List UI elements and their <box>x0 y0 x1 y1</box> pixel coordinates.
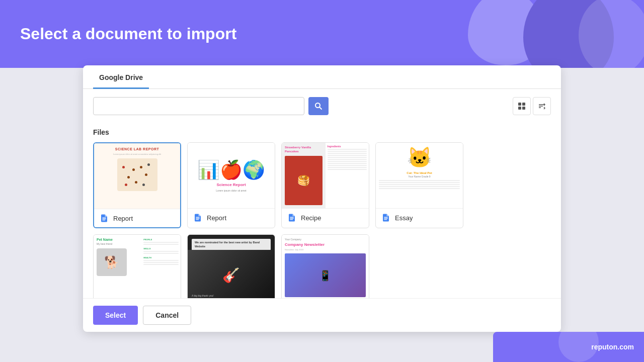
thumb-essay: 🐱 Cat: The Ideal Pet Your Name Grade 9 <box>376 143 463 208</box>
files-section: Files SCIENCE LAB REPORT Lorem ipsum dol… <box>83 123 561 298</box>
page-title: Select a document to import <box>20 25 236 43</box>
file-thumb-4: 🐱 Cat: The Ideal Pet Your Name Grade 9 <box>376 143 463 208</box>
thumb-band-guitar: 🎸 <box>188 250 275 298</box>
thumb-recipe-img: 🥞 <box>285 156 323 205</box>
google-docs-icon-1 <box>100 214 109 223</box>
file-thumb-2: 📊🍎🌍 Science Report Lorem ipsum dolor sit… <box>188 143 275 208</box>
file-name-1: Report <box>113 215 133 222</box>
file-card-2[interactable]: 📊🍎🌍 Science Report Lorem ipsum dolor sit… <box>187 142 275 228</box>
search-input[interactable] <box>93 97 304 115</box>
file-thumb-1: SCIENCE LAB REPORT Lorem ipsum dolor sit… <box>94 143 180 209</box>
grid-view-button[interactable] <box>513 97 531 115</box>
svg-rect-11 <box>102 218 106 218</box>
thumb-science-report: SCIENCE LAB REPORT Lorem ipsum dolor sit… <box>94 143 180 209</box>
svg-rect-18 <box>384 218 388 219</box>
svg-rect-19 <box>384 219 387 220</box>
cancel-button[interactable]: Cancel <box>143 306 191 325</box>
tab-bar: Google Drive <box>83 65 561 89</box>
thumb-nl-img: 📱 <box>285 253 366 297</box>
svg-rect-20 <box>384 217 388 218</box>
svg-rect-13 <box>196 219 199 220</box>
svg-rect-4 <box>518 107 521 110</box>
thumb-pet-left: Pet Name My best friend 🐕 <box>94 235 141 298</box>
sort-button[interactable] <box>533 97 551 115</box>
file-thumb-3: Strawberry Vanilla Pancakes 🥞 Ingredient… <box>282 143 369 208</box>
thumb-report2-icon: 📊🍎🌍 <box>197 159 265 180</box>
svg-rect-2 <box>518 103 521 106</box>
file-name-3: Recipe <box>301 214 321 222</box>
file-thumb-5: Pet Name My best friend 🐕 PROFILE SKILLS… <box>94 235 181 298</box>
file-card-6[interactable]: We are nominated for the best new artist… <box>187 234 275 298</box>
svg-rect-15 <box>290 218 294 219</box>
svg-rect-10 <box>102 220 105 220</box>
select-button[interactable]: Select <box>93 306 138 325</box>
svg-rect-9 <box>102 219 106 219</box>
file-info-3: Recipe <box>282 208 369 227</box>
thumb-nl-title: Company Newsletter <box>285 242 366 247</box>
svg-rect-17 <box>290 217 294 218</box>
file-card-4[interactable]: 🐱 Cat: The Ideal Pet Your Name Grade 9 <box>375 142 463 228</box>
thumb-report2-title: Science Report <box>216 183 246 187</box>
thumb-pet-name: Pet Name <box>97 238 138 241</box>
gdocs-icon-3 <box>287 213 297 223</box>
thumb-recipe-title: Strawberry Vanilla Pancakes <box>285 146 323 154</box>
thumb-band-bottom: A big big thank you! <box>192 294 214 297</box>
header-decoration-3 <box>579 0 644 68</box>
thumb-band-text: We are nominated for the best new artist… <box>195 241 268 248</box>
view-toggle <box>513 97 551 115</box>
thumb-pet-img: 🐕 <box>97 248 127 276</box>
svg-rect-3 <box>522 103 525 106</box>
thumb-newsletter: Your Company Company Newsletter Newslett… <box>282 235 369 298</box>
file-name-2: Report <box>207 214 226 222</box>
thumb-science-subtitle: Lorem ipsum dolor sit amet consectetur a… <box>113 153 161 155</box>
thumb-essay-title: Cat: The Ideal Pet <box>407 171 432 174</box>
file-info-4: Essay <box>376 208 463 227</box>
file-card-3[interactable]: Strawberry Vanilla Pancakes 🥞 Ingredient… <box>281 142 369 228</box>
tab-google-drive[interactable]: Google Drive <box>93 65 149 89</box>
gdocs-icon-2 <box>193 213 203 223</box>
thumb-report2: 📊🍎🌍 Science Report Lorem ipsum dolor sit… <box>188 143 275 208</box>
thumb-nl-date: Newsletter July 2019 <box>285 248 366 251</box>
thumb-recipe-left: Strawberry Vanilla Pancakes 🥞 <box>282 143 326 208</box>
file-thumb-7: Your Company Company Newsletter Newslett… <box>282 235 369 298</box>
file-thumb-6: We are nominated for the best new artist… <box>188 235 275 298</box>
gdocs-icon-1 <box>99 213 109 223</box>
import-dialog: Google Drive <box>83 65 561 332</box>
file-info-2: Report <box>188 208 275 227</box>
dialog-footer: Select Cancel <box>83 298 561 332</box>
thumb-pet-resume: Pet Name My best friend 🐕 PROFILE SKILLS… <box>94 235 181 298</box>
file-card-1[interactable]: SCIENCE LAB REPORT Lorem ipsum dolor sit… <box>93 142 181 228</box>
files-grid: SCIENCE LAB REPORT Lorem ipsum dolor sit… <box>93 142 551 298</box>
thumb-essay-cat-icon: 🐱 <box>407 146 432 169</box>
thumb-nl-company: Your Company <box>285 238 366 241</box>
google-docs-icon-3 <box>287 213 296 222</box>
header: Select a document to import <box>0 0 644 68</box>
thumb-band-overlay: We are nominated for the best new artist… <box>192 239 271 250</box>
google-docs-icon-2 <box>193 213 202 222</box>
thumb-pet-right: PROFILE SKILLS HEALTH <box>141 235 181 298</box>
thumb-dots <box>117 158 157 191</box>
svg-line-1 <box>319 107 321 109</box>
search-button[interactable] <box>308 97 329 115</box>
file-info-1: Report <box>94 209 180 227</box>
search-bar <box>83 89 561 123</box>
svg-rect-5 <box>522 107 525 110</box>
gdocs-icon-4 <box>381 213 391 223</box>
file-card-5[interactable]: Pet Name My best friend 🐕 PROFILE SKILLS… <box>93 234 181 298</box>
thumb-recipe-right: Ingredients <box>326 143 369 208</box>
thumb-recipe: Strawberry Vanilla Pancakes 🥞 Ingredient… <box>282 143 369 208</box>
thumb-essay-lines <box>379 180 460 189</box>
sort-icon <box>538 102 546 110</box>
thumb-pet-friend: My best friend <box>97 242 138 245</box>
thumb-report2-sub: Lorem ipsum dolor sit amet <box>216 189 246 192</box>
svg-rect-16 <box>290 219 293 220</box>
file-name-4: Essay <box>395 214 413 222</box>
branding-text: reputon.com <box>591 343 634 351</box>
google-docs-icon-4 <box>381 213 390 222</box>
files-label: Files <box>93 128 551 136</box>
thumb-band: We are nominated for the best new artist… <box>188 235 275 298</box>
grid-icon <box>518 102 526 110</box>
file-card-7[interactable]: Your Company Company Newsletter Newslett… <box>281 234 369 298</box>
thumb-essay-sub: Your Name Grade 9 <box>408 175 430 178</box>
search-icon <box>314 102 323 110</box>
